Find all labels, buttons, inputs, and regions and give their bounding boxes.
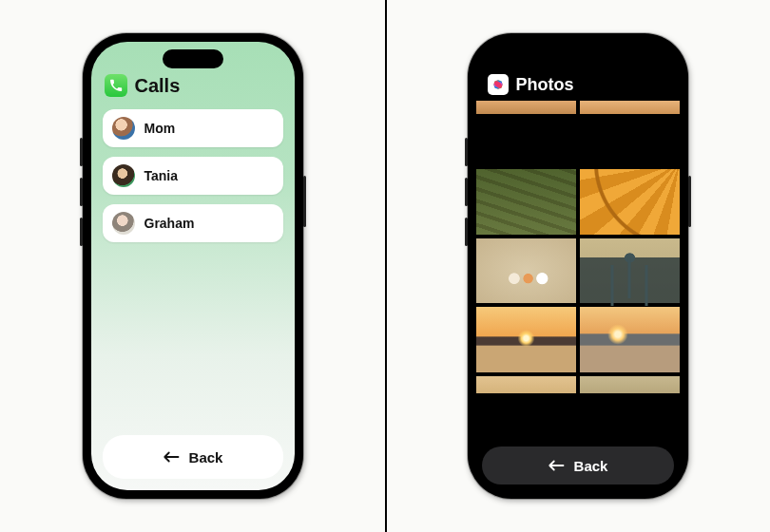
calls-header: Calls <box>101 74 285 104</box>
contact-card-mom[interactable]: Mom <box>103 109 283 147</box>
avatar-mom <box>112 117 135 140</box>
arrow-left-icon <box>548 459 565 472</box>
avatar-graham <box>112 212 135 235</box>
dynamic-island <box>548 49 608 68</box>
contact-name: Graham <box>144 216 195 231</box>
photo-thumb[interactable] <box>580 238 680 303</box>
screen-right: Photos <box>476 42 680 490</box>
contact-name: Tania <box>144 168 179 183</box>
contact-name: Mom <box>144 121 176 136</box>
panel-divider <box>385 0 387 532</box>
photos-header: Photos <box>476 74 680 101</box>
photos-flower-icon <box>491 77 506 92</box>
iphone-device-left: Calls Mom Tania Graham <box>83 33 303 499</box>
back-label: Back <box>189 449 223 466</box>
phone-app-icon <box>105 74 127 97</box>
calls-app: Calls Mom Tania Graham <box>91 42 295 490</box>
contact-card-tania[interactable]: Tania <box>103 157 283 195</box>
photo-thumb[interactable] <box>580 169 680 234</box>
photos-app-icon <box>488 74 509 95</box>
iphone-device-right: Photos <box>468 33 688 499</box>
photos-grid <box>476 101 680 441</box>
contact-card-graham[interactable]: Graham <box>103 204 283 242</box>
photo-thumb[interactable] <box>476 101 576 114</box>
photo-thumb[interactable] <box>476 238 576 303</box>
photo-thumb[interactable] <box>580 101 680 114</box>
spacer <box>101 247 285 435</box>
arrow-left-icon <box>163 450 180 464</box>
screen-left: Calls Mom Tania Graham <box>91 42 295 490</box>
photo-thumb[interactable] <box>580 376 680 393</box>
photos-title: Photos <box>516 75 574 95</box>
photos-app: Photos <box>476 42 680 490</box>
back-button[interactable]: Back <box>482 446 674 484</box>
back-button[interactable]: Back <box>103 435 283 479</box>
avatar-tania <box>112 164 135 187</box>
back-label: Back <box>574 458 608 474</box>
photo-thumb[interactable] <box>476 376 576 393</box>
dynamic-island <box>163 49 223 68</box>
calls-title: Calls <box>135 75 181 97</box>
photo-thumb[interactable] <box>580 307 680 371</box>
phone-icon <box>109 79 123 92</box>
photo-thumb[interactable] <box>476 307 576 371</box>
photo-thumb[interactable] <box>476 169 576 234</box>
